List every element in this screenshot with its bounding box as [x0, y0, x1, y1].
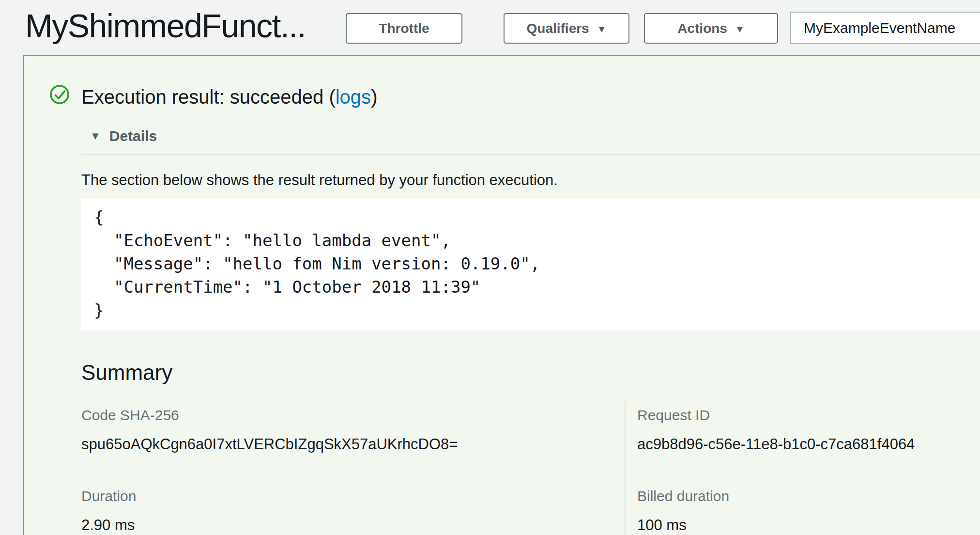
summary-heading: Summary	[81, 361, 172, 385]
qualifiers-button-label: Qualifiers	[527, 21, 589, 36]
details-label: Details	[109, 128, 157, 144]
summary-field-duration: Duration 2.90 ms	[81, 487, 136, 535]
field-label: Duration	[81, 487, 136, 505]
throttle-button-label: Throttle	[379, 21, 429, 36]
details-divider	[81, 154, 980, 155]
execution-result-json: { "EchoEvent": "hello lambda event", "Me…	[81, 199, 980, 330]
actions-button[interactable]: Actions ▼	[644, 13, 778, 44]
field-label: Billed duration	[637, 487, 729, 505]
field-value: 100 ms	[637, 516, 729, 535]
chevron-down-icon: ▼	[735, 24, 745, 34]
throttle-button[interactable]: Throttle	[346, 13, 462, 44]
function-name-title: MyShimmedFunct...	[25, 7, 306, 45]
field-value: spu65oAQkCgn6a0I7xtLVERCbIZgqSkX57aUKrhc…	[81, 435, 458, 454]
test-event-selected-value: MyExampleEventName	[804, 20, 955, 36]
summary-column-divider	[625, 401, 626, 535]
result-description: The section below shows the result retur…	[81, 172, 558, 189]
summary-field-billed-duration: Billed duration 100 ms	[637, 487, 729, 535]
details-expander[interactable]: ▼ Details	[90, 128, 157, 144]
result-heading-text: Execution result: succeeded (	[81, 86, 336, 108]
execution-result-heading: Execution result: succeeded (logs)	[81, 86, 377, 108]
actions-button-label: Actions	[677, 21, 727, 36]
field-label: Code SHA-256	[81, 406, 458, 425]
success-check-icon	[49, 84, 70, 105]
qualifiers-button[interactable]: Qualifiers ▼	[504, 13, 629, 44]
result-heading-close-paren: )	[371, 86, 377, 108]
summary-field-code-sha256: Code SHA-256 spu65oAQkCgn6a0I7xtLVERCbIZ…	[81, 406, 458, 454]
field-label: Request ID	[637, 406, 915, 425]
triangle-down-icon: ▼	[90, 130, 101, 142]
lambda-console-screen: MyShimmedFunct... Throttle Qualifiers ▼ …	[0, 0, 980, 535]
summary-field-request-id: Request ID ac9b8d96-c56e-11e8-b1c0-c7ca6…	[637, 406, 915, 454]
field-value: 2.90 ms	[81, 516, 136, 535]
test-event-select[interactable]: MyExampleEventName	[790, 12, 980, 44]
logs-link[interactable]: logs	[336, 86, 371, 108]
chevron-down-icon: ▼	[597, 24, 607, 34]
execution-result-panel: Execution result: succeeded (logs) ▼ Det…	[23, 55, 980, 535]
field-value: ac9b8d96-c56e-11e8-b1c0-c7ca681f4064	[637, 435, 915, 454]
